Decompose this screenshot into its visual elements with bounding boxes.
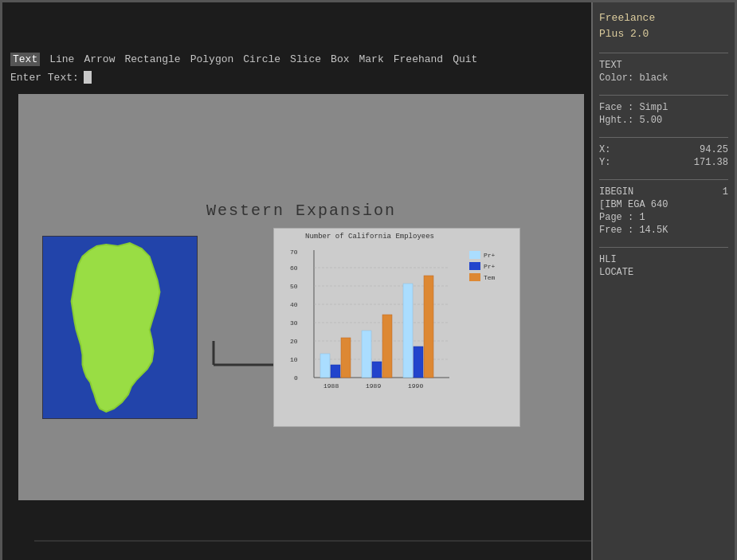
menu-mark[interactable]: Mark	[359, 53, 384, 65]
divider-5	[599, 247, 728, 248]
text-cursor[interactable]	[84, 71, 92, 84]
main-canvas: Text Line Arrow Rectangle Polygon Circle…	[2, 2, 596, 560]
svg-rect-23	[362, 331, 371, 378]
svg-rect-21	[331, 365, 340, 378]
svg-text:40: 40	[290, 301, 298, 308]
menu-polygon[interactable]: Polygon	[190, 53, 234, 65]
ibm-label: [IBM EGA 640	[599, 199, 728, 210]
menu-quit[interactable]: Quit	[453, 53, 477, 65]
divider-1	[599, 53, 728, 53]
bar-chart: Number of California Employees Pr+ Pr+ T…	[273, 228, 520, 427]
locate-label: LOCATE	[599, 267, 728, 278]
svg-rect-20	[320, 354, 330, 378]
svg-marker-0	[72, 243, 160, 412]
app-name: Freelance	[599, 10, 728, 26]
tool-label: TEXT	[599, 60, 728, 71]
menu-box[interactable]: Box	[331, 53, 349, 65]
slide-title: Western Expansion	[18, 202, 584, 220]
y-label: Y:	[599, 157, 610, 168]
slide-canvas: Western Expansion Number of Cal	[18, 94, 584, 500]
slide-bottom-line	[34, 540, 600, 542]
legend-item-3: Tem	[469, 273, 513, 281]
svg-text:60: 60	[290, 264, 298, 272]
hli-info: HLI LOCATE	[599, 254, 728, 278]
svg-text:70: 70	[290, 249, 298, 256]
app-version: Plus 2.0	[599, 26, 728, 42]
svg-text:10: 10	[290, 356, 298, 363]
svg-rect-24	[372, 362, 382, 378]
svg-text:50: 50	[290, 283, 298, 290]
menu-text[interactable]: Text	[10, 53, 40, 66]
coords-info: X: 94.25 Y: 171.38	[599, 144, 728, 168]
x-label: X:	[599, 144, 610, 155]
svg-text:20: 20	[290, 338, 298, 345]
legend-item-1: Pr+	[469, 251, 513, 259]
app-info: Freelance Plus 2.0	[599, 10, 728, 41]
system-info: IBEGIN 1 [IBM EGA 640 Page : 1 Free : 14…	[599, 186, 728, 236]
x-value: 94.25	[700, 144, 728, 155]
california-map	[42, 236, 198, 419]
menu-bar: Text Line Arrow Rectangle Polygon Circle…	[10, 50, 596, 68]
svg-text:0: 0	[294, 374, 298, 382]
svg-text:30: 30	[290, 319, 298, 327]
menu-slice[interactable]: Slice	[290, 53, 321, 65]
font-info: Face : Simpl Hght.: 5.00	[599, 102, 728, 126]
legend-label-2: Pr+	[484, 263, 495, 270]
ibegin-value: 1	[723, 186, 728, 198]
svg-rect-28	[424, 276, 433, 378]
divider-3	[599, 137, 728, 138]
divider-4	[599, 179, 728, 180]
hli-label: HLI	[599, 254, 728, 265]
california-silhouette	[43, 237, 197, 418]
face-label: Face : Simpl	[599, 102, 728, 113]
ibegin-row: IBEGIN 1	[599, 186, 728, 198]
menu-line[interactable]: Line	[49, 53, 74, 65]
legend-item-2: Pr+	[469, 262, 513, 270]
svg-rect-25	[382, 315, 392, 378]
svg-text:1988: 1988	[323, 382, 339, 390]
svg-rect-27	[414, 347, 423, 378]
tool-info: TEXT Color: black	[599, 60, 728, 84]
legend-label-3: Tem	[484, 274, 495, 281]
page-label: Page : 1	[599, 212, 728, 223]
right-panel: Freelance Plus 2.0 TEXT Color: black Fac…	[591, 2, 735, 560]
svg-rect-26	[403, 284, 413, 378]
svg-text:1990: 1990	[408, 382, 423, 390]
menu-freehand[interactable]: Freehand	[394, 53, 443, 65]
svg-rect-22	[341, 338, 351, 378]
svg-text:1989: 1989	[366, 382, 381, 390]
bar-chart-svg: 0 10 20 30 40 50 60 70	[282, 246, 473, 405]
divider-2	[599, 95, 728, 96]
input-bar: Enter Text:	[10, 69, 596, 85]
free-label: Free : 14.5K	[599, 225, 728, 236]
menu-rectangle[interactable]: Rectangle	[124, 53, 180, 65]
menu-arrow[interactable]: Arrow	[84, 53, 115, 65]
y-coord-row: Y: 171.38	[599, 157, 728, 168]
chart-title: Number of California Employees	[274, 233, 465, 241]
ibegin-label: IBEGIN	[599, 186, 633, 198]
legend-label-1: Pr+	[484, 252, 495, 259]
input-label: Enter Text:	[10, 72, 79, 84]
x-coord-row: X: 94.25	[599, 144, 728, 155]
menu-circle[interactable]: Circle	[243, 53, 280, 65]
color-label: Color: black	[599, 72, 728, 84]
height-label: Hght.: 5.00	[599, 115, 728, 126]
chart-legend: Pr+ Pr+ Tem	[469, 251, 513, 284]
y-value: 171.38	[694, 157, 728, 168]
